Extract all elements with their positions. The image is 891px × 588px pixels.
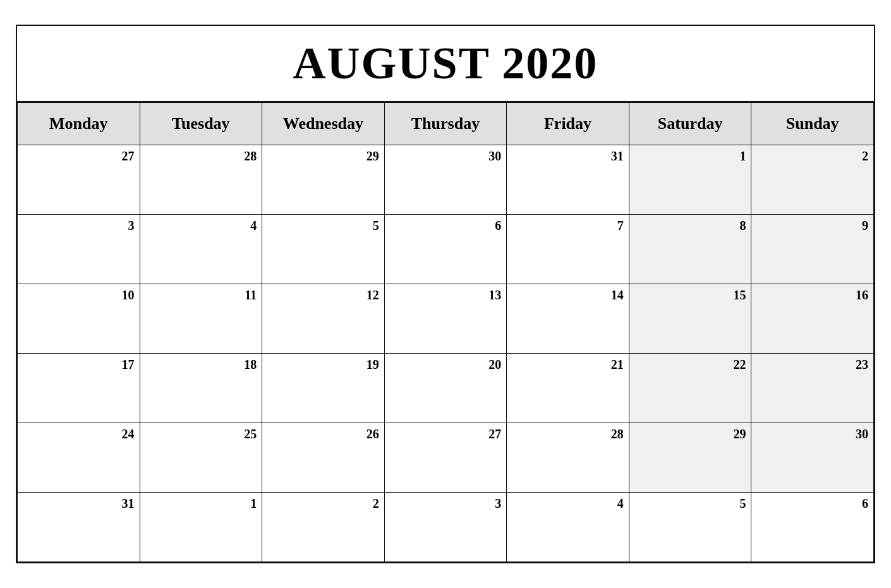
calendar-day[interactable]: 29 xyxy=(262,145,385,215)
week-row-2: 3456789 xyxy=(18,215,874,284)
calendar-day[interactable]: 15 xyxy=(629,284,751,354)
calendar-day[interactable]: 18 xyxy=(140,354,262,423)
calendar-grid: MondayTuesdayWednesdayThursdayFridaySatu… xyxy=(17,102,874,562)
calendar-day[interactable]: 2 xyxy=(262,493,385,562)
calendar-day[interactable]: 1 xyxy=(629,145,751,215)
day-header-monday: Monday xyxy=(18,103,140,145)
calendar-day[interactable]: 19 xyxy=(262,354,385,423)
calendar-day[interactable]: 8 xyxy=(629,215,751,284)
calendar-day[interactable]: 10 xyxy=(18,284,140,354)
calendar-day[interactable]: 6 xyxy=(384,215,507,284)
calendar-day[interactable]: 26 xyxy=(262,423,385,493)
calendar-day[interactable]: 31 xyxy=(18,493,140,562)
calendar-day[interactable]: 30 xyxy=(384,145,507,215)
calendar-day[interactable]: 21 xyxy=(507,354,629,423)
calendar-day[interactable]: 5 xyxy=(629,493,751,562)
calendar-day[interactable]: 9 xyxy=(751,215,874,284)
calendar-day[interactable]: 29 xyxy=(629,423,751,493)
calendar-title: AUGUST 2020 xyxy=(17,26,874,102)
day-header-wednesday: Wednesday xyxy=(262,103,385,145)
calendar-day[interactable]: 3 xyxy=(384,493,507,562)
calendar-day[interactable]: 4 xyxy=(507,493,629,562)
week-row-6: 31123456 xyxy=(18,493,874,562)
calendar-day[interactable]: 14 xyxy=(507,284,629,354)
calendar-day[interactable]: 6 xyxy=(751,493,874,562)
calendar-day[interactable]: 25 xyxy=(140,423,262,493)
calendar-day[interactable]: 16 xyxy=(751,284,874,354)
calendar-day[interactable]: 30 xyxy=(751,423,874,493)
day-header-friday: Friday xyxy=(507,103,629,145)
calendar-day[interactable]: 13 xyxy=(384,284,507,354)
week-row-4: 17181920212223 xyxy=(18,354,874,423)
week-row-1: 272829303112 xyxy=(18,145,874,215)
calendar-day[interactable]: 7 xyxy=(507,215,629,284)
calendar-day[interactable]: 24 xyxy=(18,423,140,493)
calendar-day[interactable]: 27 xyxy=(18,145,140,215)
week-row-3: 10111213141516 xyxy=(18,284,874,354)
calendar-day[interactable]: 27 xyxy=(384,423,507,493)
calendar-day[interactable]: 23 xyxy=(751,354,874,423)
calendar-day[interactable]: 4 xyxy=(140,215,262,284)
calendar-day[interactable]: 31 xyxy=(507,145,629,215)
calendar-day[interactable]: 5 xyxy=(262,215,385,284)
calendar-day[interactable]: 28 xyxy=(140,145,262,215)
calendar-day[interactable]: 3 xyxy=(18,215,140,284)
week-row-5: 24252627282930 xyxy=(18,423,874,493)
day-header-row: MondayTuesdayWednesdayThursdayFridaySatu… xyxy=(18,103,874,145)
calendar-day[interactable]: 28 xyxy=(507,423,629,493)
calendar-day[interactable]: 11 xyxy=(140,284,262,354)
calendar-day[interactable]: 2 xyxy=(751,145,874,215)
day-header-thursday: Thursday xyxy=(384,103,507,145)
calendar-day[interactable]: 22 xyxy=(629,354,751,423)
day-header-saturday: Saturday xyxy=(629,103,751,145)
calendar-day[interactable]: 1 xyxy=(140,493,262,562)
calendar-day[interactable]: 20 xyxy=(384,354,507,423)
calendar-day[interactable]: 17 xyxy=(18,354,140,423)
calendar-container: AUGUST 2020 MondayTuesdayWednesdayThursd… xyxy=(16,25,875,563)
day-header-tuesday: Tuesday xyxy=(140,103,262,145)
calendar-day[interactable]: 12 xyxy=(262,284,385,354)
day-header-sunday: Sunday xyxy=(751,103,874,145)
